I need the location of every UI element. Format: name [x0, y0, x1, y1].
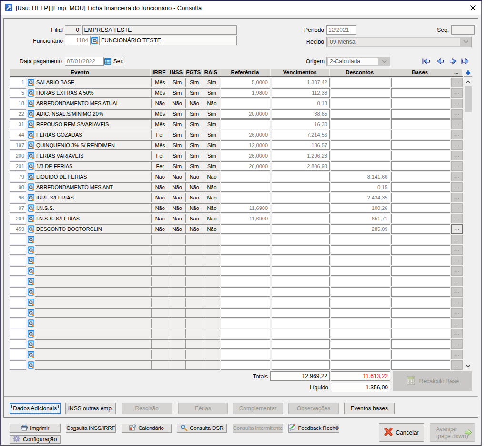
inss-flag-cell[interactable]: Não [169, 214, 186, 223]
referencia-cell[interactable] [221, 99, 270, 108]
vencimentos-cell[interactable] [272, 298, 330, 307]
funcionario-search-magnifier-icon[interactable] [92, 37, 98, 44]
inss-flag-cell[interactable] [169, 235, 186, 244]
column-header-irrf[interactable]: IRRF [151, 69, 168, 76]
bases-cell[interactable] [391, 256, 451, 265]
event-search-magnifier-icon[interactable] [28, 204, 34, 212]
event-search-magnifier-icon[interactable] [28, 225, 34, 233]
referencia-cell[interactable] [221, 266, 270, 276]
bases-cell[interactable] [391, 161, 451, 171]
event-search-magnifier-icon[interactable] [28, 141, 34, 149]
nav-previous-button[interactable] [436, 58, 445, 67]
irrf-flag-cell[interactable]: Não [151, 204, 169, 212]
rais-flag-cell[interactable]: Sim [203, 162, 221, 170]
row-more-button[interactable]: ... [451, 130, 463, 139]
row-more-button[interactable]: ... [451, 329, 463, 338]
rais-flag-cell[interactable]: Sim [203, 141, 221, 149]
bases-cell[interactable] [391, 109, 451, 119]
event-search-magnifier-icon[interactable] [28, 330, 34, 338]
vencimentos-cell[interactable] [272, 245, 330, 255]
rais-flag-cell[interactable]: Sim [203, 89, 221, 97]
irrf-flag-cell[interactable] [151, 350, 169, 359]
row-code-cell[interactable]: 97 [10, 203, 26, 213]
row-code-cell[interactable]: 200 [10, 151, 26, 160]
referencia-cell[interactable] [221, 245, 270, 255]
event-name-cell[interactable]: LIQUIDO DE FERIAS [35, 172, 151, 181]
inss-flag-cell[interactable]: Não [169, 225, 186, 233]
rais-flag-cell[interactable]: Sim [203, 120, 221, 129]
event-search-magnifier-icon[interactable] [28, 267, 34, 275]
vencimentos-cell[interactable] [272, 319, 330, 328]
fgts-flag-cell[interactable] [185, 350, 203, 359]
event-name-cell[interactable] [35, 246, 151, 254]
event-name-cell[interactable]: HORAS EXTRAS A 50% [35, 89, 151, 97]
irrf-flag-cell[interactable]: Não [151, 99, 169, 108]
event-search-magnifier-icon[interactable] [28, 257, 34, 264]
row-more-button[interactable]: ... [451, 287, 463, 297]
row-code-cell[interactable] [10, 266, 26, 276]
event-search-magnifier-icon[interactable] [28, 288, 34, 296]
descontos-cell[interactable] [331, 256, 390, 265]
vencimentos-cell[interactable]: 7.214,56 [272, 130, 330, 139]
inss-flag-cell[interactable]: Sim [169, 110, 186, 118]
descontos-cell[interactable] [331, 119, 390, 129]
row-more-button[interactable]: ... [451, 214, 463, 223]
row-code-cell[interactable] [10, 308, 26, 318]
fgts-flag-cell[interactable]: Não [185, 214, 203, 223]
vencimentos-cell[interactable] [272, 182, 330, 192]
event-name-cell[interactable] [35, 288, 151, 296]
row-code-cell[interactable] [10, 319, 26, 328]
row-code-cell[interactable] [10, 256, 26, 265]
event-name-cell[interactable] [35, 361, 151, 369]
vencimentos-cell[interactable] [272, 339, 330, 349]
referencia-cell[interactable]: 20,0000 [221, 109, 270, 119]
row-more-button[interactable]: ... [451, 350, 463, 359]
irrf-flag-cell[interactable] [151, 267, 169, 275]
inss-flag-cell[interactable] [169, 267, 186, 275]
row-more-button[interactable]: ... [451, 119, 463, 129]
row-code-cell[interactable] [10, 298, 26, 307]
irrf-flag-cell[interactable]: Mês [151, 89, 169, 97]
event-search-magnifier-icon[interactable] [28, 173, 34, 180]
event-search-magnifier-icon[interactable] [28, 152, 34, 159]
irrf-flag-cell[interactable]: Não [151, 193, 169, 202]
event-search-magnifier-icon[interactable] [28, 299, 34, 306]
referencia-cell[interactable] [221, 193, 270, 202]
rais-flag-cell[interactable]: Não [203, 193, 221, 202]
event-search-magnifier-icon[interactable] [28, 278, 34, 285]
inss-flag-cell[interactable] [169, 277, 186, 286]
event-name-cell[interactable]: ARREDONDAMENTO MES ANT. [35, 183, 151, 191]
row-code-cell[interactable] [10, 235, 26, 244]
inss-flag-cell[interactable]: Não [169, 204, 186, 212]
event-name-cell[interactable]: QUINQUENIO 3% S/ RENDIMEN [35, 141, 151, 149]
vencimentos-cell[interactable] [272, 277, 330, 286]
rais-flag-cell[interactable] [203, 256, 221, 265]
inss-flag-cell[interactable] [169, 288, 186, 296]
consulta-dsr-button[interactable]: Consulta DSR [177, 424, 227, 433]
inss-flag-cell[interactable]: Não [169, 183, 186, 191]
event-search-magnifier-icon[interactable] [28, 361, 34, 369]
column-header-evento[interactable]: Evento [10, 69, 151, 76]
vencimentos-cell[interactable] [272, 350, 330, 359]
event-name-cell[interactable] [35, 319, 151, 328]
rais-flag-cell[interactable]: Não [203, 214, 221, 223]
vencimentos-cell[interactable] [272, 329, 330, 338]
inss-flag-cell[interactable] [169, 298, 186, 307]
imprimir-button[interactable]: Imprimir [10, 424, 61, 433]
fgts-flag-cell[interactable]: Sim [185, 89, 203, 97]
scroll-up-icon[interactable] [464, 79, 472, 85]
descontos-cell[interactable] [331, 339, 390, 349]
event-search-magnifier-icon[interactable] [28, 351, 34, 358]
irrf-flag-cell[interactable] [151, 340, 169, 348]
inss-flag-cell[interactable]: Sim [169, 89, 186, 97]
inss-flag-cell[interactable]: Sim [169, 151, 186, 160]
row-code-cell[interactable]: 96 [10, 193, 26, 202]
rais-flag-cell[interactable] [203, 329, 221, 338]
column-header-[interactable]: ... [450, 69, 463, 76]
irrf-flag-cell[interactable] [151, 277, 169, 286]
fgts-flag-cell[interactable]: Sim [185, 141, 203, 149]
configuracao-button[interactable]: Configuração [10, 435, 61, 444]
row-code-cell[interactable] [10, 245, 26, 255]
periodo-input[interactable]: 12/2021 [326, 25, 356, 35]
event-name-cell[interactable] [35, 340, 151, 348]
